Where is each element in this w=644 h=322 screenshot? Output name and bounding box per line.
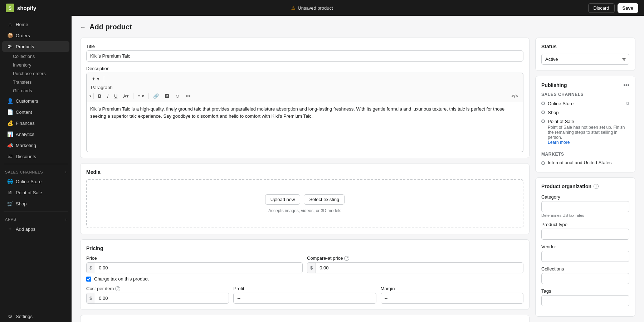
copy-icon[interactable]: ⧉: [626, 101, 629, 106]
sidebar-item-finances[interactable]: 💰 Finances: [2, 118, 69, 128]
channel-list: Online Store ⧉ Shop: [541, 99, 629, 147]
sales-channels-section-label: Sales channels: [541, 92, 629, 97]
discard-button[interactable]: Discard: [588, 3, 615, 13]
vendor-input[interactable]: [541, 251, 629, 262]
sidebar-item-home[interactable]: ⌂ Home: [2, 19, 69, 30]
channel-name: Online Store: [548, 101, 574, 106]
online-store-icon: 🌐: [7, 179, 13, 184]
collections-field: Collections: [541, 266, 629, 284]
vendor-field: Vendor: [541, 244, 629, 262]
tags-field: Tags: [541, 288, 629, 306]
sidebar-item-analytics[interactable]: 📊 Analytics: [2, 129, 69, 140]
description-editor[interactable]: Kiki's Premium Talc is a high-quality, f…: [86, 102, 523, 152]
channel-info-2: Shop: [548, 110, 629, 115]
collections-label: Collections: [541, 266, 629, 272]
sidebar-item-marketing[interactable]: 📣 Marketing: [2, 140, 69, 151]
title-label: Title: [86, 44, 523, 49]
sidebar-item-products[interactable]: 🛍 Products: [2, 41, 69, 52]
charge-tax-checkbox[interactable]: [86, 277, 91, 282]
sidebar-item-content[interactable]: 📄 Content: [2, 107, 69, 117]
products-subnav: Collections Inventory Purchase orders Tr…: [0, 52, 72, 95]
markets-dot: [541, 161, 545, 165]
product-org-info-icon[interactable]: i: [594, 184, 599, 189]
channel-name-3: Point of Sale: [548, 119, 574, 124]
charge-tax-label[interactable]: Charge tax on this product: [94, 276, 148, 282]
link-button[interactable]: 🔗: [151, 92, 161, 100]
product-type-input[interactable]: [541, 229, 629, 240]
toolbar-magic-btn[interactable]: ✦ ▾: [89, 75, 102, 83]
title-input[interactable]: Kiki's Premium Talc: [86, 50, 523, 62]
learn-more-link[interactable]: Learn more: [548, 140, 570, 145]
publishing-more-button[interactable]: •••: [623, 82, 629, 88]
tags-input[interactable]: [541, 295, 629, 306]
category-hint: Determines US tax rates: [541, 213, 629, 218]
add-apps-icon: ＋: [7, 226, 13, 232]
align-button[interactable]: ≡ ▾: [136, 92, 146, 100]
price-input[interactable]: 0.00: [95, 263, 302, 273]
sidebar-item-label: Marketing: [16, 143, 36, 148]
channel-item-shop: Shop: [541, 108, 629, 117]
sidebar-item-discounts[interactable]: 🏷 Discounts: [2, 151, 69, 162]
collections-input[interactable]: [541, 273, 629, 284]
sidebar-item-settings[interactable]: ⚙ Settings: [2, 311, 69, 322]
sidebar-item-customers[interactable]: 👤 Customers: [2, 96, 69, 106]
select-existing-button[interactable]: Select existing: [304, 194, 345, 205]
expand-icon-apps[interactable]: ›: [65, 218, 67, 221]
sidebar-item-transfers[interactable]: Transfers: [13, 78, 72, 87]
media-actions: Upload new Select existing: [265, 194, 345, 205]
shop-icon: 🛒: [7, 201, 13, 206]
toolbar-divider: [104, 76, 104, 82]
unsaved-label: Unsaved product: [298, 5, 333, 11]
editor-toolbar: ✦ ▾ Paragraph ▾ B I U A▾: [86, 73, 523, 102]
markets-value: International and United States: [548, 160, 612, 165]
category-input[interactable]: [541, 201, 629, 212]
compare-info-icon[interactable]: ?: [344, 256, 349, 261]
sidebar-item-point-of-sale[interactable]: 🖥 Point of Sale: [2, 187, 69, 198]
compare-price-input[interactable]: 0.00: [316, 263, 523, 273]
cost-input[interactable]: 0.00: [95, 293, 229, 303]
finances-icon: 💰: [7, 120, 13, 126]
media-hint: Accepts images, videos, or 3D models: [268, 208, 341, 213]
cost-label: Cost per item ?: [86, 286, 229, 291]
more-button[interactable]: •••: [184, 92, 193, 100]
sidebar-item-inventory[interactable]: Inventory: [13, 61, 72, 69]
content-icon: 📄: [7, 109, 13, 115]
media-drop-zone[interactable]: Upload new Select existing Accepts image…: [86, 179, 523, 228]
logo: S shopify: [6, 4, 36, 12]
image-button[interactable]: 🖼: [162, 92, 171, 100]
upload-new-button[interactable]: Upload new: [265, 194, 301, 205]
cost-info-icon[interactable]: ?: [115, 286, 120, 291]
save-button[interactable]: Save: [618, 3, 638, 13]
italic-button[interactable]: I: [105, 92, 111, 100]
compare-input-wrapper: $ 0.00: [307, 262, 523, 273]
sidebar-item-shop[interactable]: 🛒 Shop: [2, 198, 69, 209]
sidebar-item-label: Online Store: [16, 179, 42, 184]
bold-button[interactable]: B: [96, 92, 103, 100]
status-select[interactable]: Active Draft: [541, 54, 629, 65]
channel-item-online-store: Online Store ⧉: [541, 99, 629, 108]
sidebar-item-online-store[interactable]: 🌐 Online Store: [2, 176, 69, 187]
cost-input-wrapper: $ 0.00: [86, 293, 229, 304]
underline-button[interactable]: U: [112, 92, 119, 100]
vendor-label: Vendor: [541, 244, 629, 249]
margin-label: Margin: [381, 286, 523, 291]
back-button[interactable]: ←: [80, 24, 86, 30]
code-button[interactable]: </>: [509, 92, 520, 100]
channel-item-pos: Point of Sale Point of Sale has not been…: [541, 117, 629, 147]
expand-icon[interactable]: ›: [65, 170, 67, 174]
channel-name-2: Shop: [548, 110, 558, 115]
paragraph-select[interactable]: Paragraph: [89, 84, 520, 91]
sidebar-item-collections[interactable]: Collections: [13, 52, 72, 61]
font-color-button[interactable]: A▾: [121, 92, 131, 100]
sidebar-item-purchase-orders[interactable]: Purchase orders: [13, 69, 72, 78]
title-field: Title Kiki's Premium Talc: [86, 44, 523, 62]
sidebar-divider-2: [4, 211, 68, 211]
channel-info: Online Store: [548, 101, 623, 106]
sidebar-item-add-apps[interactable]: ＋ Add apps: [2, 223, 69, 235]
price-field: Price $ 0.00: [86, 255, 303, 273]
top-navigation: S shopify ⚠ Unsaved product Discard Save: [0, 0, 644, 16]
sidebar-item-gift-cards[interactable]: Gift cards: [13, 87, 72, 95]
emoji-button[interactable]: ☺: [173, 92, 182, 100]
sidebar-item-orders[interactable]: 📦 Orders: [2, 30, 69, 41]
unsaved-indicator: ⚠ Unsaved product: [291, 5, 333, 11]
